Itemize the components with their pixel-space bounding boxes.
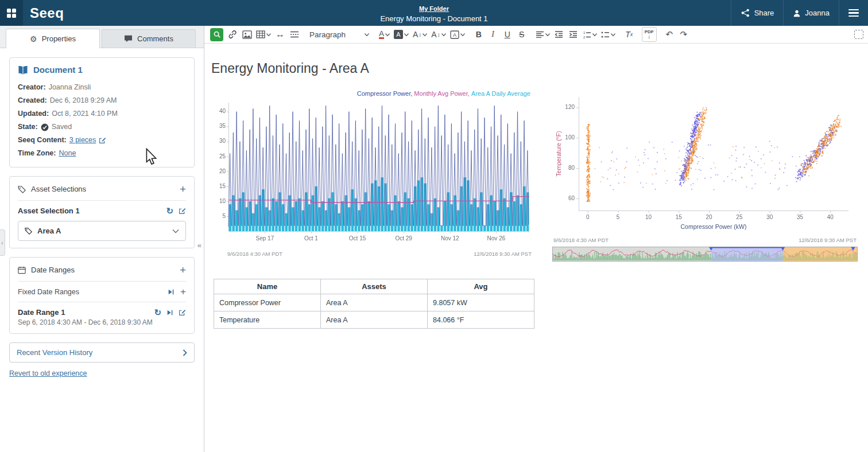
- align-button[interactable]: [534, 28, 551, 41]
- user-menu-button[interactable]: Joanna: [783, 0, 839, 26]
- underline-button[interactable]: U: [501, 28, 514, 41]
- outdent-button[interactable]: [553, 28, 565, 41]
- recent-version-history-button[interactable]: Recent Version History: [9, 342, 195, 363]
- meta-timezone: Time Zone: None: [18, 147, 186, 160]
- italic-button[interactable]: I: [487, 28, 499, 41]
- column-header-assets: Assets: [321, 279, 428, 294]
- text-color-icon: A: [379, 30, 384, 40]
- strikethrough-button[interactable]: S: [516, 28, 528, 41]
- page-break-button[interactable]: [288, 28, 301, 41]
- insert-symbol-icon: A: [450, 30, 459, 39]
- fixed-date-ranges-row: Fixed Date Ranges +: [18, 282, 186, 302]
- legend-area-a-daily-average: Area A Daily Average: [471, 90, 530, 99]
- page-break-icon: [290, 30, 299, 38]
- background-color-button[interactable]: A: [393, 28, 410, 41]
- trend-start-timestamp: 9/6/2018 4:30 AM PDT: [227, 251, 282, 257]
- svg-text:2: 2: [583, 35, 586, 38]
- undo-button[interactable]: ↶: [663, 28, 676, 41]
- chevron-down-icon: [385, 33, 390, 36]
- breadcrumb-my-folder[interactable]: My Folder: [419, 5, 449, 12]
- apps-menu-button[interactable]: [0, 0, 23, 26]
- export-pdf-button[interactable]: PDF ↓: [642, 27, 657, 42]
- page-title: Energy Monitoring - Area A: [211, 61, 859, 76]
- insert-hr-button[interactable]: ↔: [274, 28, 286, 41]
- step-to-end-icon[interactable]: [168, 289, 175, 295]
- insert-seeq-content-button[interactable]: [209, 28, 224, 41]
- summary-table: Name Assets Avg Compressor Power Area A …: [214, 279, 534, 329]
- clear-formatting-icon: T: [625, 30, 630, 39]
- state-value: Saved: [52, 120, 72, 134]
- timezone-link[interactable]: None: [59, 147, 76, 160]
- insert-table-button[interactable]: [255, 28, 272, 41]
- date-range-value: Sep 6, 2018 4:30 AM - Dec 6, 2018 9:30 A…: [18, 317, 186, 326]
- trend-chart-content[interactable]: Compressor Power Monthly Avg Power Area …: [211, 90, 534, 262]
- document-editor[interactable]: Energy Monitoring - Area A Compressor Po…: [204, 44, 868, 329]
- cell-name: Temperature: [214, 311, 321, 329]
- fullscreen-button[interactable]: [854, 30, 863, 39]
- share-icon: [741, 9, 750, 17]
- refresh-date-range-icon[interactable]: ↻: [154, 308, 161, 317]
- share-button[interactable]: Share: [731, 0, 784, 26]
- image-icon: [242, 30, 252, 39]
- edit-content-icon[interactable]: [99, 137, 106, 144]
- scatter-chart-canvas: [552, 92, 858, 236]
- insert-link-button[interactable]: [226, 28, 239, 41]
- outdent-icon: [555, 31, 563, 38]
- main-menu-button[interactable]: [839, 0, 868, 26]
- fixed-date-ranges-label: Fixed Date Ranges: [18, 288, 79, 296]
- chevron-down-icon: [423, 33, 427, 36]
- redo-button[interactable]: ↷: [677, 28, 690, 41]
- step-date-range-icon[interactable]: [166, 309, 173, 316]
- clear-formatting-button[interactable]: Tx: [623, 28, 636, 41]
- sidebar-collapse-icon[interactable]: «: [197, 241, 202, 250]
- bullet-list-button[interactable]: [600, 28, 617, 41]
- insert-image-button[interactable]: [241, 28, 253, 41]
- add-fixed-date-range-button[interactable]: +: [180, 287, 186, 297]
- paragraph-style-dropdown[interactable]: Paragraph: [307, 28, 371, 41]
- font-size-button[interactable]: A↕: [412, 28, 428, 41]
- version-history-label: Recent Version History: [17, 348, 92, 357]
- edit-date-range-icon[interactable]: [179, 309, 186, 316]
- meta-updated: Updated: Oct 8, 2021 4:10 PM: [18, 107, 186, 120]
- document-name: Document 1: [33, 65, 83, 75]
- svg-text:A: A: [453, 32, 456, 38]
- share-label: Share: [754, 9, 774, 17]
- indent-button[interactable]: [567, 28, 580, 41]
- refresh-asset-selection-icon[interactable]: ↻: [166, 206, 173, 215]
- indent-icon: [569, 31, 578, 38]
- asset-selections-header: Asset Selections: [31, 185, 86, 193]
- insert-symbol-button[interactable]: A: [449, 28, 466, 41]
- table-header-row: Name Assets Avg: [214, 279, 534, 294]
- timeline-strip-canvas: [552, 247, 858, 262]
- add-date-range-button[interactable]: +: [180, 264, 186, 275]
- bold-button[interactable]: B: [472, 28, 485, 41]
- tab-properties[interactable]: ⚙ Properties: [6, 29, 100, 48]
- line-height-button[interactable]: A↕: [430, 28, 447, 41]
- table-icon: [256, 30, 265, 38]
- scatter-chart-content[interactable]: 9/6/2018 4:30 AM PDT 12/6/2018 9:30 AM P…: [552, 92, 858, 262]
- tab-comments[interactable]: Comments: [102, 29, 196, 48]
- text-color-button[interactable]: A: [378, 28, 391, 41]
- chevron-down-icon: [404, 33, 409, 36]
- document-title: Energy Monitoring - Document 1: [380, 14, 487, 23]
- date-ranges-card: Date Ranges + Fixed Date Ranges + Date R…: [9, 257, 195, 334]
- editor-toolbar: ↔ Paragraph A A: [204, 26, 868, 44]
- edit-asset-selection-icon[interactable]: [179, 207, 186, 215]
- font-size-icon: A: [413, 30, 418, 39]
- column-header-name: Name: [214, 279, 321, 294]
- ordered-list-icon: 12: [583, 31, 591, 38]
- revert-old-experience-link[interactable]: Revert to old experience: [9, 369, 87, 377]
- seeq-content-link[interactable]: 3 pieces: [69, 134, 96, 147]
- saved-check-icon: [41, 123, 49, 131]
- chart-legend: Compressor Power Monthly Avg Power Area …: [211, 90, 534, 99]
- comment-icon: [124, 35, 133, 42]
- date-range-name: Date Range 1: [18, 308, 65, 317]
- chevron-down-icon: [441, 33, 446, 36]
- line-height-icon: A: [431, 30, 436, 39]
- panel-collapse-handle[interactable]: ‹: [0, 229, 5, 256]
- ordered-list-button[interactable]: 12: [582, 28, 598, 41]
- tab-comments-label: Comments: [137, 34, 173, 43]
- add-asset-selection-button[interactable]: +: [180, 184, 186, 194]
- user-name: Joanna: [805, 9, 830, 17]
- asset-select-dropdown[interactable]: Area A: [18, 221, 186, 241]
